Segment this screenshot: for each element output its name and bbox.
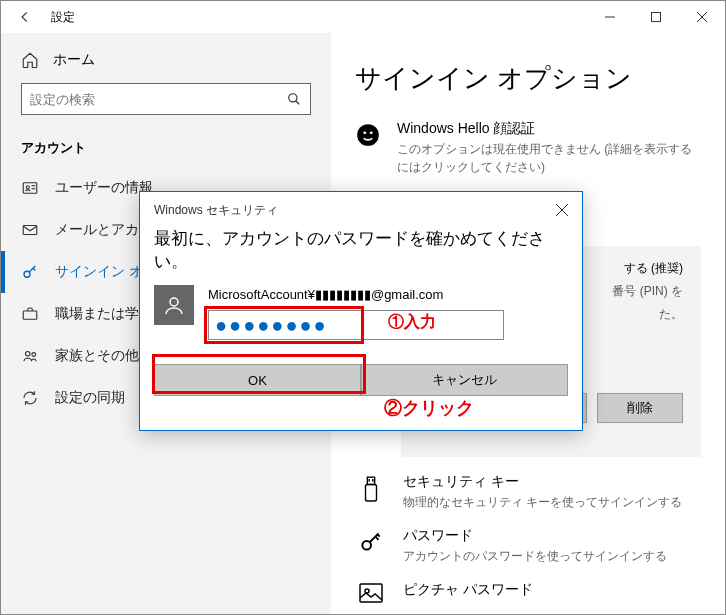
svg-rect-23 <box>360 584 382 602</box>
section-header: アカウント <box>1 125 331 167</box>
option-subtitle: このオプションは現在使用できません (詳細を表示するにはクリックしてください) <box>397 140 701 176</box>
svg-point-11 <box>24 271 30 277</box>
face-icon <box>355 120 381 176</box>
minimize-button[interactable] <box>587 1 633 33</box>
annotation-2: ②クリック <box>384 396 474 420</box>
cancel-button[interactable]: キャンセル <box>361 364 568 396</box>
home-icon <box>21 51 39 69</box>
window-title: 設定 <box>41 9 75 26</box>
svg-point-14 <box>32 353 36 357</box>
svg-rect-18 <box>367 477 374 484</box>
option-security-key[interactable]: セキュリティ キー 物理的なセキュリティ キーを使ってサインインする <box>355 465 701 519</box>
key-large-icon <box>355 527 387 565</box>
svg-point-7 <box>26 186 29 189</box>
svg-point-17 <box>370 131 373 134</box>
svg-rect-19 <box>366 485 377 502</box>
option-password[interactable]: パスワード アカウントのパスワードを使ってサインインする <box>355 519 701 573</box>
svg-rect-1 <box>652 13 661 22</box>
key-icon <box>21 263 39 281</box>
option-title: ピクチャ パスワード <box>403 581 533 599</box>
dialog-heading: 最初に、アカウントのパスワードを確かめてください。 <box>140 221 582 283</box>
password-input[interactable] <box>208 310 504 340</box>
option-title: Windows Hello 顔認証 <box>397 120 701 138</box>
svg-line-5 <box>296 101 300 105</box>
home-link[interactable]: ホーム <box>1 43 331 77</box>
option-picture-password[interactable]: ピクチャ パスワード <box>355 573 701 611</box>
account-name: MicrosoftAccount¥▮▮▮▮▮▮▮▮@gmail.com <box>208 285 568 310</box>
home-label: ホーム <box>53 51 95 69</box>
search-input[interactable] <box>22 92 278 107</box>
mail-icon <box>21 221 39 239</box>
option-subtitle: アカウントのパスワードを使ってサインインする <box>403 547 667 565</box>
svg-point-16 <box>363 131 366 134</box>
close-button[interactable] <box>679 1 725 33</box>
option-title: パスワード <box>403 527 667 545</box>
briefcase-icon <box>21 305 39 323</box>
svg-point-4 <box>289 94 297 102</box>
svg-point-15 <box>357 124 379 146</box>
svg-rect-6 <box>23 183 37 194</box>
search-icon[interactable] <box>278 92 310 106</box>
people-icon <box>21 347 39 365</box>
annotation-1: ①入力 <box>388 312 436 333</box>
page-title: サインイン オプション <box>355 61 701 96</box>
titlebar: 設定 <box>1 1 725 33</box>
search-box[interactable] <box>21 83 311 115</box>
user-info-icon <box>21 179 39 197</box>
nav-label: 設定の同期 <box>55 389 125 407</box>
svg-rect-10 <box>23 226 37 235</box>
svg-point-13 <box>26 352 31 357</box>
avatar-icon <box>154 285 194 325</box>
dialog-close-button[interactable] <box>550 198 574 222</box>
back-button[interactable] <box>9 1 41 33</box>
option-face[interactable]: Windows Hello 顔認証 このオプションは現在使用できません (詳細を… <box>355 112 701 184</box>
usb-key-icon <box>355 473 387 511</box>
option-title: セキュリティ キー <box>403 473 682 491</box>
security-dialog: Windows セキュリティ 最初に、アカウントのパスワードを確かめてください。… <box>139 191 583 431</box>
sync-icon <box>21 389 39 407</box>
picture-icon <box>355 581 387 603</box>
svg-point-22 <box>362 541 371 550</box>
option-subtitle: 物理的なセキュリティ キーを使ってサインインする <box>403 493 682 511</box>
maximize-button[interactable] <box>633 1 679 33</box>
settings-window: 設定 ホーム <box>0 0 726 615</box>
svg-rect-12 <box>23 311 37 319</box>
dialog-title: Windows セキュリティ <box>140 192 582 221</box>
ok-button[interactable]: OK <box>154 364 361 396</box>
remove-button[interactable]: 削除 <box>597 393 683 423</box>
svg-point-27 <box>170 298 178 306</box>
